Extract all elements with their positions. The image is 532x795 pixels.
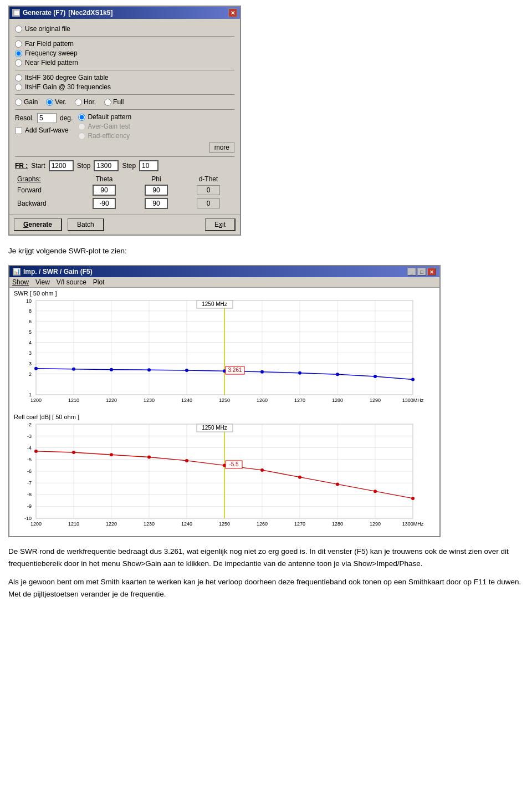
use-original-radio[interactable] [15,26,22,33]
aver-gain-radio[interactable] [78,123,85,130]
svg-point-105 [185,459,188,462]
menu-plot[interactable]: Plot [93,278,105,286]
dthet-header: d-Thet [182,175,234,184]
itshf-gain-radio[interactable] [15,84,22,91]
divider-4 [15,109,234,110]
far-field-radio[interactable] [15,40,22,48]
svg-point-107 [260,468,264,472]
start-label: Start [31,162,45,170]
aver-gain-label: Aver-Gain test [88,123,130,130]
svg-point-108 [298,476,301,479]
resol-label: Resol. [15,114,34,122]
pol-ver-radio[interactable] [46,99,53,106]
pol-full-radio[interactable] [104,99,111,106]
fr-row: FR : Start Stop Step [15,160,234,171]
forward-theta-input[interactable] [93,185,116,196]
svg-point-102 [72,451,75,454]
default-pattern-radio[interactable] [78,114,85,121]
swr-app-icon: 📊 [13,268,21,276]
svg-point-46 [110,368,113,371]
svg-point-51 [298,371,301,375]
surf-wave-checkbox[interactable] [15,127,22,134]
backward-row: Backward [15,197,234,210]
svg-text:1270: 1270 [294,521,305,527]
chart1-container: SWR [ 50 ohm ] [9,288,439,410]
swr-close-button[interactable]: ✕ [427,268,436,276]
svg-point-52 [336,373,339,376]
menu-show[interactable]: Show [12,278,29,286]
svg-point-104 [147,456,151,459]
resol-left: Resol. deg. Add Surf-wave [15,113,73,134]
step-label: Step [122,162,136,170]
svg-point-54 [411,378,415,381]
swr-titlebar-left: 📊 Imp. / SWR / Gain (F5) [13,268,93,276]
refl-chart-svg: -2 -3 -4 -5 -6 -7 -8 -9 -10 1200 1210 12… [14,421,435,532]
freq-sweep-row: Frequency sweep [15,49,234,57]
backward-phi-input[interactable] [145,198,168,209]
forward-dthet-input [197,185,220,195]
more-button[interactable]: more [209,142,234,153]
svg-text:8: 8 [29,308,32,314]
backward-dthet-input [197,198,220,208]
chart2-container: Refl coef [dB] [ 50 ohm ] [9,411,439,536]
svg-text:-4: -4 [27,445,32,451]
use-original-label: Use original file [25,25,70,33]
start-input[interactable] [49,160,74,171]
batch-button[interactable]: Batch [68,218,104,231]
svg-text:4: 4 [29,340,32,345]
svg-text:1240: 1240 [181,398,192,403]
pattern-radio-group: Default pattern Aver-Gain test Rad-effic… [78,113,234,140]
default-pattern-label: Default pattern [88,113,131,121]
hor-radio-item: Hor. [75,98,96,106]
stop-input[interactable] [94,160,119,171]
freq-sweep-radio[interactable] [15,50,22,57]
itshf-360-radio[interactable] [15,74,22,81]
swr-titlebar: 📊 Imp. / SWR / Gain (F5) _ □ ✕ [9,266,439,277]
step-input[interactable] [139,160,158,171]
svg-point-111 [411,497,415,500]
menu-vi-source[interactable]: V/I source [57,278,86,286]
swr-maximize-button[interactable]: □ [417,268,426,276]
paragraph2: Als je gewoon bent om met Smith kaarten … [8,576,524,600]
fr-label: FR : [15,162,28,170]
swr-menubar: Show View V/I source Plot [9,277,439,288]
resol-input[interactable] [37,113,57,123]
dialog-buttons: Generate Batch Exit [9,215,240,235]
rad-efficiency-radio[interactable] [78,132,85,140]
chart1-title: SWR [ 50 ohm ] [14,290,435,297]
itshf-gain-label: ItsHF Gain @ 30 frequencies [25,83,111,91]
svg-text:-3: -3 [27,434,32,439]
near-field-radio[interactable] [15,59,22,67]
svg-text:1230: 1230 [144,521,155,527]
backward-label: Backward [15,197,78,210]
menu-view[interactable]: View [35,278,50,286]
swr-minimize-button[interactable]: _ [407,268,416,276]
svg-text:3.261: 3.261 [228,367,242,373]
near-field-row: Near Field pattern [15,59,234,67]
svg-text:10: 10 [26,298,32,304]
backward-theta-input[interactable] [93,198,116,209]
svg-text:1270: 1270 [294,398,305,403]
itshf-gain-row: ItsHF Gain @ 30 frequencies [15,83,234,91]
generate-button[interactable]: Generate [14,218,62,231]
dialog-close-button[interactable]: ✕ [228,8,237,17]
svg-text:1200: 1200 [30,521,42,527]
svg-point-53 [374,375,377,378]
pol-gain-label: Gain [24,98,38,106]
svg-text:1230: 1230 [144,398,155,403]
svg-text:1250 MHz: 1250 MHz [202,425,227,431]
rad-efficiency-label: Rad-efficiency [88,132,130,140]
exit-button[interactable]: Exit [205,218,236,231]
pol-hor-radio[interactable] [75,99,82,106]
generate-dialog: ▦ Generate (F7) [Nec2dXS1k5] ✕ Use origi… [8,6,241,236]
svg-text:5: 5 [29,329,32,335]
svg-text:1250: 1250 [219,398,230,403]
pol-gain-radio[interactable] [15,99,22,106]
svg-text:-5: -5 [27,457,32,462]
divider-5 [15,156,234,157]
svg-point-110 [374,490,377,493]
rad-efficiency-item: Rad-efficiency [78,132,234,140]
forward-phi-input[interactable] [145,185,168,196]
svg-text:1280: 1280 [332,398,343,403]
use-original-row: Use original file [15,25,234,33]
